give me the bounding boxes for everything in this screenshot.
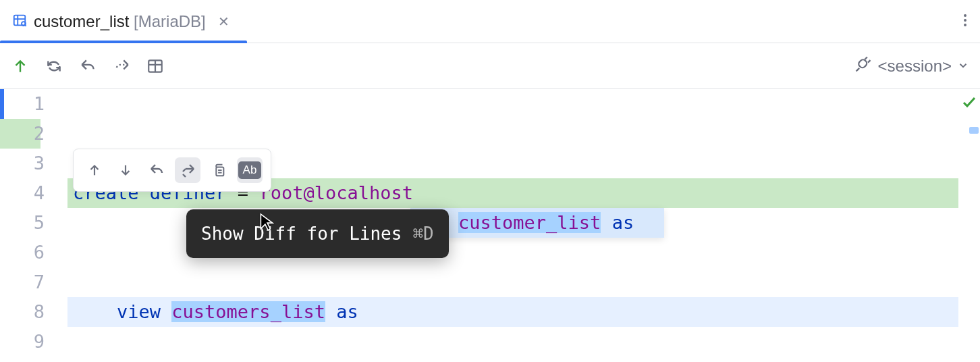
copy-button[interactable] — [206, 157, 232, 183]
line-number: 5 — [0, 208, 45, 238]
tooltip-text: Show Diff for Lines — [201, 219, 402, 249]
editor-tab-bar: customer_list [MariaDB] ✕ — [0, 0, 980, 43]
ab-badge: Ab — [238, 161, 261, 179]
submit-button[interactable] — [11, 57, 30, 76]
line-number: 6 — [0, 238, 45, 267]
refresh-button[interactable] — [45, 57, 63, 76]
svg-rect-14 — [216, 167, 223, 176]
tab-customer-list[interactable]: customer_list [MariaDB] ✕ — [0, 0, 247, 43]
next-change-button[interactable] — [113, 157, 138, 183]
commit-button[interactable] — [112, 57, 131, 76]
error-stripe-rail[interactable] — [958, 89, 980, 362]
editor-toolbar: <session> — [0, 43, 980, 89]
svg-point-5 — [964, 14, 967, 17]
line-number: 8 — [0, 297, 45, 327]
action-tooltip: Show Diff for Lines ⌘D — [186, 209, 449, 258]
tab-options-menu-button[interactable] — [956, 9, 975, 34]
line-number: 2 — [0, 119, 45, 149]
code-line[interactable]: view customers_list as — [67, 297, 980, 327]
prev-change-button[interactable] — [82, 157, 107, 183]
change-marker[interactable] — [969, 127, 979, 134]
line-number-gutter: 1 2 3 4 5 6 7 8 9 — [0, 89, 67, 362]
show-diff-button[interactable] — [175, 157, 200, 183]
rollback-change-button[interactable] — [144, 157, 169, 183]
svg-point-3 — [22, 22, 26, 26]
line-number: 7 — [0, 267, 45, 297]
svg-point-6 — [964, 19, 967, 22]
line-number: 3 — [0, 149, 45, 178]
svg-line-4 — [25, 25, 26, 26]
highlight-words-toggle[interactable]: Ab — [237, 157, 263, 183]
line-number: 4 — [0, 178, 45, 208]
session-picker[interactable]: <session> — [854, 55, 969, 78]
diff-actions-popup: Ab — [73, 149, 271, 192]
svg-rect-0 — [14, 15, 26, 25]
table-icon — [12, 13, 27, 30]
plug-icon — [854, 55, 873, 78]
line-number: 9 — [0, 327, 45, 357]
close-icon[interactable]: ✕ — [213, 11, 235, 32]
svg-rect-11 — [857, 58, 868, 69]
svg-line-13 — [868, 60, 871, 63]
tooltip-shortcut: ⌘D — [412, 219, 433, 249]
tabs-container: customer_list [MariaDB] ✕ — [0, 0, 247, 43]
code-content[interactable]: create definer = root@localhost view cus… — [67, 89, 980, 362]
svg-line-12 — [865, 57, 867, 59]
inspection-ok-icon — [961, 89, 977, 119]
tab-title: customer_list [MariaDB] — [34, 12, 206, 31]
rollback-button[interactable] — [78, 57, 97, 76]
line-number: 1 — [0, 89, 45, 119]
data-grid-button[interactable] — [146, 57, 165, 76]
toolbar-left-group — [11, 57, 165, 76]
session-label: <session> — [878, 57, 952, 76]
code-editor[interactable]: 1 2 3 4 5 6 7 8 9 create definer = root@… — [0, 89, 980, 362]
svg-point-7 — [964, 24, 967, 26]
chevron-down-icon — [957, 57, 969, 76]
